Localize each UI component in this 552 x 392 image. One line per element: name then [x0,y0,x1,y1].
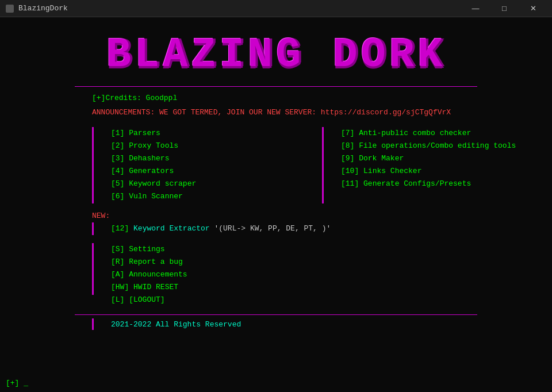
new-desc: '(URL-> KW, PP, DE, PT, )' [214,224,331,233]
settings-item[interactable]: [A] Announcements [111,268,187,281]
copyright: 2021-2022 All Rights Reserved [92,318,552,330]
announcement-line: ANNOUNCEMENTS: WE GOT TERMED, JOIN OUR N… [92,108,552,117]
app-title-label: BlazingDork [18,4,68,13]
menu-item-left[interactable]: [2] Proxy Tools [111,140,322,152]
app-icon [6,5,14,13]
settings-item[interactable]: [HW] HWID RESET [111,281,187,294]
settings-items: [S] Settings[R] Report a bug[A] Announce… [111,243,187,306]
menu-item-left[interactable]: [6] Vuln Scanner [111,190,322,203]
title-bar: BlazingDork — □ ✕ [0,0,552,17]
new-name: Keyword Extractor [133,224,210,233]
menu-item-left[interactable]: [4] Generators [111,165,322,178]
new-label: NEW: [92,212,552,220]
credits-text: [+] [92,94,105,102]
menu-container: [1] Parsers[2] Proxy Tools[3] Dehashers[… [92,127,552,203]
new-item: [12] Keyword Extractor '(URL-> KW, PP, D… [92,222,552,235]
new-item-content[interactable]: [12] Keyword Extractor '(URL-> KW, PP, D… [111,222,331,235]
credits-line: [+]Credits: Goodppl [92,94,552,102]
main-content: BLAZING DORK [+]Credits: Goodppl ANNOUNC… [0,17,552,392]
settings-item[interactable]: [R] Report a bug [111,256,187,268]
announcement-text: ANNOUNCEMENTS: WE GOT TERMED, JOIN OUR N… [92,108,451,117]
top-divider [75,86,477,87]
menu-right: [7] Anti-public combo checker[8] File op… [322,127,552,203]
menu-item-right[interactable]: [9] Dork Maker [341,152,552,165]
settings-section: [S] Settings[R] Report a bug[A] Announce… [92,243,552,306]
menu-item-right[interactable]: [8] File operations/Combo editing tools [341,140,552,152]
new-item-bar [92,222,94,235]
credits-label: Credits: Goodppl [105,94,177,102]
menu-item-left[interactable]: [1] Parsers [111,127,322,140]
footer-divider [75,314,477,315]
bottom-prompt: [+] _ [6,379,28,387]
menu-item-left[interactable]: [3] Dehashers [111,152,322,165]
menu-item-right[interactable]: [11] Generate Configs/Presets [341,178,552,190]
close-button[interactable]: ✕ [520,0,546,17]
blazing-dork-title: BLAZING DORK [75,34,477,76]
menu-left: [1] Parsers[2] Proxy Tools[3] Dehashers[… [92,127,322,203]
settings-bar [92,243,94,295]
maximize-button[interactable]: □ [491,0,518,17]
window-controls: — □ ✕ [462,0,546,17]
app-title-text: BLAZING DORK [75,34,477,76]
settings-item[interactable]: [L] [LOGOUT] [111,294,187,306]
new-section: NEW: [12] Keyword Extractor '(URL-> KW, … [92,212,552,235]
settings-item[interactable]: [S] Settings [111,243,187,256]
menu-item-right[interactable]: [10] Links Checker [341,165,552,178]
title-bar-left: BlazingDork [6,4,68,13]
copyright-bar [92,318,94,330]
copyright-text: 2021-2022 All Rights Reserved [111,320,241,329]
minimize-button[interactable]: — [462,0,489,17]
new-num: [12] [111,224,129,233]
menu-item-left[interactable]: [5] Keyword scraper [111,178,322,190]
menu-item-right[interactable]: [7] Anti-public combo checker [341,127,552,140]
